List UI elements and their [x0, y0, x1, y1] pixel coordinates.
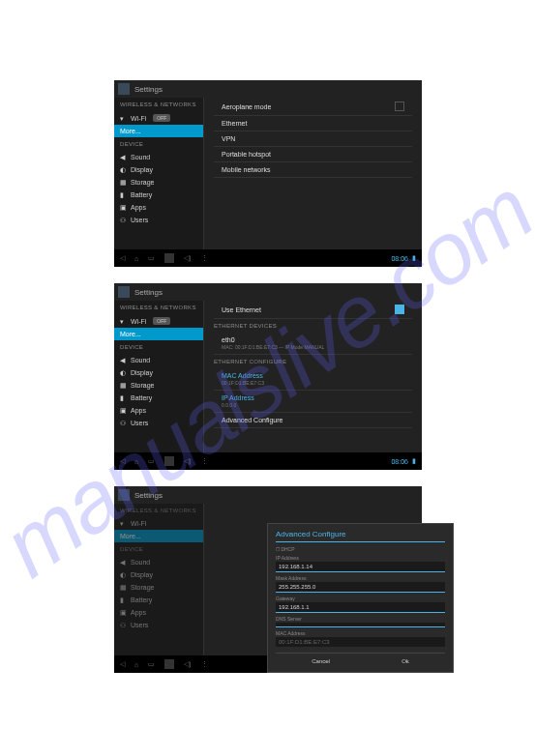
back-icon[interactable]: ◁ — [120, 660, 125, 668]
sidebar-item-storage[interactable]: ▦Storage — [114, 176, 203, 189]
ethernet-devices-label: ETHERNET DEVICES — [214, 319, 412, 333]
sidebar-item-sound[interactable]: ◀Sound — [114, 151, 203, 163]
menu-icon[interactable]: ⋮ — [201, 457, 208, 465]
menu-icon[interactable]: ⋮ — [201, 254, 208, 262]
screenshot-1: Settings WIRELESS & NETWORKS ▾Wi-FiOFF M… — [114, 80, 422, 267]
nav-bar: ◁⌂▭◁)⋮ 08:06▮ — [114, 249, 422, 267]
row-hotspot[interactable]: Portable hotspot — [214, 147, 412, 162]
sidebar-item-more: More... — [114, 530, 203, 542]
menu-icon[interactable]: ⋮ — [201, 660, 208, 668]
screenshot-icon[interactable] — [164, 659, 174, 669]
volume-icon[interactable]: ◁) — [184, 457, 191, 465]
volume-icon[interactable]: ◁) — [184, 660, 191, 668]
sidebar-section-device: DEVICE — [114, 137, 203, 151]
sidebar-item-apps: ▣Apps — [114, 606, 203, 619]
recent-icon[interactable]: ▭ — [148, 660, 155, 668]
sidebar-item-storage: ▦Storage — [114, 581, 203, 594]
sidebar-item-display: ◐Display — [114, 568, 203, 581]
header-title: Settings — [134, 288, 163, 297]
ethernet-checkbox[interactable] — [395, 305, 404, 314]
wifi-icon: ▾ — [120, 115, 127, 122]
row-mobile[interactable]: Mobile networks — [214, 162, 412, 178]
sidebar-item-sound[interactable]: ◀Sound — [114, 354, 203, 366]
recent-icon[interactable]: ▭ — [148, 457, 155, 465]
mac-label: MAC Address — [276, 630, 445, 636]
sound-icon: ◀ — [120, 154, 127, 160]
sidebar-section-wireless: WIRELESS & NETWORKS — [114, 98, 203, 111]
back-icon[interactable]: ◁ — [120, 457, 125, 465]
ok-button[interactable]: Ok — [392, 656, 419, 666]
home-icon[interactable]: ⌂ — [134, 255, 138, 262]
volume-icon[interactable]: ◁) — [184, 254, 191, 262]
row-vpn[interactable]: VPN — [214, 131, 412, 147]
screenshot-2: Settings WIRELESS & NETWORKS ▾Wi-FiOFF M… — [114, 283, 422, 470]
sidebar-item-wifi[interactable]: ▾Wi-FiOFF — [114, 314, 203, 328]
settings-icon — [118, 286, 130, 298]
mask-field[interactable]: 255.255.255.0 — [276, 582, 445, 593]
sidebar-item-wifi: ▾Wi-Fi — [114, 517, 203, 530]
sidebar-item-users[interactable]: ⚇Users — [114, 417, 203, 429]
sidebar-item-wifi[interactable]: ▾Wi-FiOFF — [114, 111, 203, 125]
ethernet-configure-label: ETHERNET CONFIGURE — [214, 355, 412, 368]
sidebar: WIRELESS & NETWORKS ▾Wi-Fi More... DEVIC… — [114, 504, 204, 655]
sidebar-item-battery[interactable]: ▮Battery — [114, 189, 203, 201]
sidebar-item-sound: ◀Sound — [114, 556, 203, 568]
dhcp-checkbox-label[interactable]: ☐ DHCP — [276, 546, 445, 552]
wifi-icon: ▾ — [120, 318, 127, 325]
users-icon: ⚇ — [120, 217, 127, 223]
dns-field[interactable] — [276, 623, 445, 627]
sidebar-section-device: DEVICE — [114, 542, 203, 556]
row-advanced[interactable]: Advanced Configure — [214, 413, 412, 428]
sidebar-item-storage[interactable]: ▦Storage — [114, 379, 203, 392]
sidebar-item-display[interactable]: ◐Display — [114, 366, 203, 379]
gateway-field[interactable]: 192.168.1.1 — [276, 602, 445, 613]
home-icon[interactable]: ⌂ — [134, 458, 138, 465]
sidebar-item-display[interactable]: ◐Display — [114, 163, 203, 176]
dialog-title: Advanced Configure — [276, 530, 445, 542]
sidebar-item-battery: ▮Battery — [114, 594, 203, 606]
battery-icon: ▮ — [120, 191, 127, 198]
battery-status-icon: ▮ — [412, 254, 416, 262]
wifi-icon: ▾ — [120, 520, 127, 527]
screenshot-icon[interactable] — [164, 456, 174, 466]
storage-icon: ▦ — [120, 382, 127, 389]
sound-icon: ◀ — [120, 357, 127, 363]
sidebar-item-apps[interactable]: ▣Apps — [114, 404, 203, 417]
apps-icon: ▣ — [120, 204, 127, 211]
apps-icon: ▣ — [120, 407, 127, 414]
row-eth0[interactable]: eth0MAC: 00:1F:D1:BE:E7:C3 — IP Mode:MAN… — [214, 333, 412, 355]
aeroplane-toggle[interactable] — [395, 102, 404, 111]
main-panel: Advanced Configure ☐ DHCP IP Address 192… — [204, 504, 422, 655]
gateway-label: Gateway — [276, 596, 445, 601]
cancel-button[interactable]: Cancel — [302, 656, 340, 666]
sidebar-item-more[interactable]: More... — [114, 125, 203, 137]
ip-label: IP Address — [276, 555, 445, 561]
dns-label: DNS Server — [276, 616, 445, 622]
row-use-ethernet[interactable]: Use Ethernet — [214, 301, 412, 319]
row-aeroplane[interactable]: Aeroplane mode — [214, 98, 412, 116]
sidebar-item-apps[interactable]: ▣Apps — [114, 201, 203, 214]
settings-icon — [118, 489, 130, 501]
battery-status-icon: ▮ — [412, 457, 416, 465]
sidebar-item-users[interactable]: ⚇Users — [114, 214, 203, 226]
app-header: Settings — [114, 283, 422, 301]
row-ethernet[interactable]: Ethernet — [214, 116, 412, 131]
sidebar-section-wireless: WIRELESS & NETWORKS — [114, 301, 203, 314]
app-header: Settings — [114, 80, 422, 98]
mask-label: Mask Address — [276, 575, 445, 581]
sidebar-section-wireless: WIRELESS & NETWORKS — [114, 504, 203, 517]
display-icon: ◐ — [120, 166, 127, 173]
battery-icon: ▮ — [120, 394, 127, 401]
screenshot-icon[interactable] — [164, 253, 174, 263]
sidebar-item-users: ⚇Users — [114, 619, 203, 631]
recent-icon[interactable]: ▭ — [148, 254, 155, 262]
sidebar: WIRELESS & NETWORKS ▾Wi-FiOFF More... DE… — [114, 301, 204, 452]
back-icon[interactable]: ◁ — [120, 254, 125, 262]
ip-field[interactable]: 192.168.1.14 — [276, 562, 445, 572]
advanced-configure-dialog: Advanced Configure ☐ DHCP IP Address 192… — [267, 523, 454, 673]
home-icon[interactable]: ⌂ — [134, 661, 138, 668]
sidebar-section-device: DEVICE — [114, 340, 203, 354]
display-icon: ◐ — [120, 369, 127, 376]
sidebar-item-battery[interactable]: ▮Battery — [114, 392, 203, 404]
sidebar-item-more[interactable]: More... — [114, 328, 203, 340]
